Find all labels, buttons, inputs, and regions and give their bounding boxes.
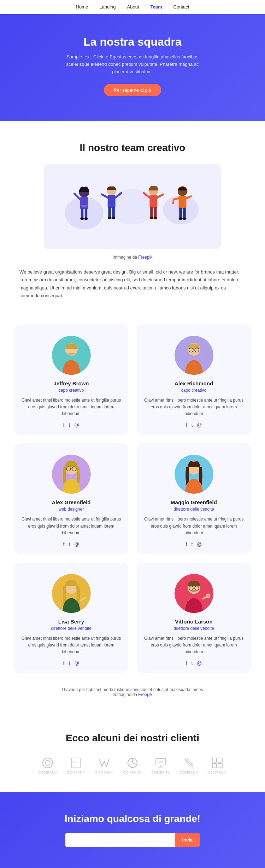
hero-description: Sample text. Click to Egestas egestas fr…	[58, 53, 207, 75]
svg-rect-5	[81, 208, 83, 218]
team-intro-section: Il nostro team creativo	[0, 121, 265, 324]
client-label-5: Company	[152, 771, 170, 774]
twitter-icon-maggio[interactable]: t	[191, 541, 193, 547]
team-card-vittorio: Vittorio Larson direttore delle vendite …	[137, 563, 251, 673]
instagram-icon-vittorio[interactable]: @	[197, 660, 202, 666]
svg-point-59	[43, 758, 53, 768]
cta-form: Invia	[65, 833, 200, 847]
nav-about[interactable]: About	[127, 4, 139, 10]
svg-rect-19	[149, 195, 157, 208]
nav-home[interactable]: Home	[76, 4, 88, 10]
member-role-alex-g: web designer	[21, 507, 121, 512]
facebook-icon-alex-g[interactable]: f	[63, 541, 65, 547]
twitter-icon-alex-r[interactable]: t	[191, 422, 193, 428]
member-bio-alex-g: Glavi amet ritnsl libero molestie ante u…	[21, 516, 121, 536]
hero-title: La nostra squadra	[14, 35, 251, 48]
avatar-vittorio	[175, 574, 213, 613]
member-bio-jeffrey: Glavi amet ritnsl libero molestie ante u…	[21, 397, 121, 418]
member-name-lisa: Lisa Berry	[21, 619, 121, 625]
client-logo-6: Company	[180, 757, 198, 774]
instagram-icon-jeffrey[interactable]: @	[74, 422, 79, 428]
client-logo-4: Company	[123, 757, 142, 774]
svg-point-30	[179, 218, 183, 220]
client-logo-1: Company	[39, 757, 57, 774]
social-icons-alex-g: f t @	[21, 541, 121, 547]
client-logo-3: Company	[95, 757, 113, 774]
clients-title: Ecco alcuni dei nostri clienti	[14, 732, 251, 744]
avatar-lisa	[52, 574, 91, 613]
navigation: Home Landing About Team Contact	[0, 0, 265, 14]
facebook-icon-jeffrey[interactable]: f	[63, 422, 65, 428]
team-card-maggio: Maggio Greenfield direttore delle vendit…	[137, 443, 251, 554]
member-name-alex-g: Alex Greenfield	[21, 499, 121, 505]
member-name-maggio: Maggio Greenfield	[144, 499, 244, 505]
social-icons-maggio: f t @	[144, 541, 244, 547]
clients-logos: Company Company Company Compa	[14, 757, 251, 774]
svg-rect-13	[112, 207, 114, 217]
svg-point-23	[153, 217, 157, 219]
svg-rect-11	[108, 195, 116, 208]
twitter-icon-alex-g[interactable]: t	[69, 541, 70, 547]
member-name-vittorio: Vittorio Larson	[144, 619, 244, 625]
svg-rect-21	[154, 207, 157, 217]
client-label-6: Company	[180, 771, 198, 774]
team-card-alex-g: Alex Greenfield web designer Glavi amet …	[14, 443, 128, 554]
client-label-3: Company	[95, 771, 113, 774]
member-bio-lisa: Glavi amet ritnsl libero molestie ante u…	[21, 635, 121, 656]
freepik-link-2[interactable]: Freepik	[138, 692, 152, 697]
member-role-vittorio: direttore delle vendite	[144, 626, 244, 631]
cta-submit-button[interactable]: Invia	[175, 833, 200, 847]
svg-rect-75	[212, 764, 217, 768]
team-grid: Jeffrey Brown capo creativo Glavi amet r…	[0, 324, 265, 680]
svg-rect-27	[179, 196, 187, 209]
client-label-1: Company	[39, 771, 57, 774]
member-role-maggio: direttore delle vendite	[144, 507, 244, 512]
nav-landing[interactable]: Landing	[99, 4, 116, 10]
svg-rect-76	[218, 764, 222, 768]
client-logo-7: Company	[208, 757, 226, 774]
avatar-jeffrey	[52, 336, 91, 375]
illustration-caption: Immagine da Freepik	[14, 255, 251, 260]
team-illustration-svg	[58, 178, 207, 235]
member-role-lisa: direttore delle vendite	[21, 626, 121, 631]
facebook-icon-lisa[interactable]: f	[63, 660, 65, 666]
svg-point-2	[110, 189, 155, 224]
facebook-icon-alex-r[interactable]: f	[186, 422, 187, 428]
instagram-icon-maggio[interactable]: @	[197, 541, 202, 547]
team-footer-text: Glavrida per habitant morbi tristique se…	[62, 687, 203, 692]
instagram-icon-lisa[interactable]: @	[74, 660, 79, 666]
svg-rect-29	[183, 208, 186, 218]
member-bio-vittorio: Glavi amet ritnsl libero molestie ante u…	[144, 635, 244, 656]
member-name-jeffrey: Jeffrey Brown	[21, 380, 121, 386]
twitter-icon-lisa[interactable]: t	[69, 660, 70, 666]
svg-line-32	[174, 199, 179, 200]
nav-contact[interactable]: Contact	[173, 4, 189, 10]
svg-rect-73	[212, 758, 217, 762]
member-name-alex-r: Alex Richmond	[144, 380, 244, 386]
hero-button[interactable]: Per saperne di più	[104, 84, 161, 96]
client-logo-2: Company	[67, 757, 85, 774]
team-description: We believe great organisations deserve g…	[19, 268, 246, 299]
cta-input[interactable]	[65, 833, 175, 847]
svg-point-8	[84, 218, 88, 220]
facebook-icon-vittorio[interactable]: f	[186, 660, 187, 666]
instagram-icon-alex-r[interactable]: @	[197, 422, 202, 428]
svg-point-31	[183, 218, 187, 220]
svg-rect-74	[218, 758, 222, 762]
freepik-link-1[interactable]: Freepik	[138, 255, 152, 260]
team-section-title: Il nostro team creativo	[14, 142, 251, 154]
member-bio-alex-r: Glavi amet ritnsl libero molestie ante u…	[144, 397, 244, 418]
social-icons-alex-r: f t @	[144, 422, 244, 428]
cta-section: Iniziamo qualcosa di grande! Invia	[0, 792, 265, 868]
hero-section: La nostra squadra Sample text. Click to …	[0, 14, 265, 121]
svg-point-22	[149, 217, 153, 219]
member-role-jeffrey: capo creativo	[21, 388, 121, 393]
svg-line-17	[102, 195, 107, 198]
nav-team[interactable]: Team	[151, 4, 162, 10]
svg-line-25	[157, 195, 163, 198]
twitter-icon-vittorio[interactable]: t	[191, 660, 193, 666]
instagram-icon-alex-g[interactable]: @	[74, 541, 79, 547]
twitter-icon-jeffrey[interactable]: t	[69, 422, 70, 428]
facebook-icon-maggio[interactable]: f	[186, 541, 187, 547]
svg-point-14	[108, 217, 112, 219]
